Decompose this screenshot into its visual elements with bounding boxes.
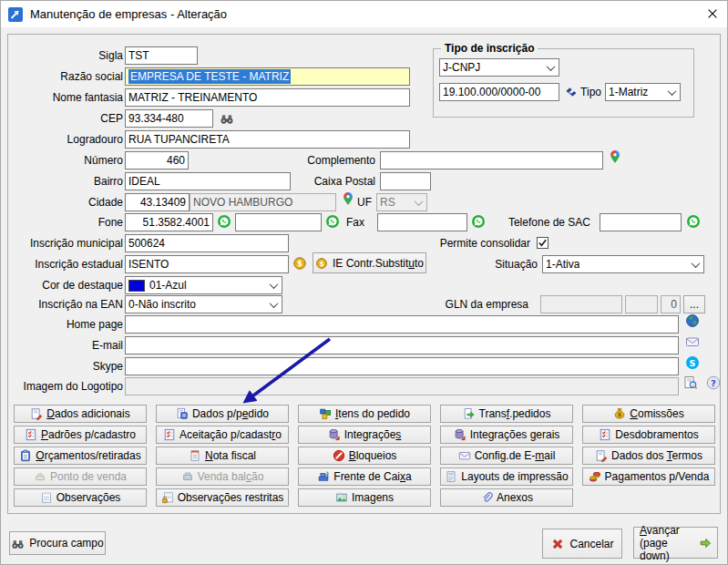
imagem-logotipo-label: Imagem do Logotipo — [10, 377, 123, 396]
cancel-x-icon — [550, 537, 565, 551]
button-label: Layouts de impressão — [461, 470, 568, 483]
sigla-input[interactable]: TST — [125, 46, 198, 65]
block-icon — [333, 449, 345, 462]
button-comissoes[interactable]: Comissões — [582, 405, 715, 423]
situacao-combo[interactable]: 1-Ativa — [542, 255, 704, 273]
telefone-sac-input[interactable] — [600, 213, 682, 231]
fone-label: Fone — [10, 213, 123, 231]
bairro-label: Bairro — [10, 172, 123, 190]
close-button[interactable] — [706, 7, 719, 20]
caixa-postal-input[interactable] — [380, 172, 431, 190]
cor-destaque-label: Cor de destaque — [10, 276, 123, 294]
cor-destaque-combo[interactable]: 01-Azul — [125, 276, 282, 294]
cep-input[interactable]: 93.334-480 — [125, 109, 213, 128]
procura-campo-button[interactable]: Procura campo — [9, 531, 106, 555]
numero-input[interactable]: 460 — [125, 151, 189, 170]
button-dados-adicionais[interactable]: Dados adicionais — [14, 405, 147, 423]
button-transf-pedidos[interactable]: Transf.pedidos — [440, 405, 573, 423]
home-page-input[interactable] — [125, 315, 679, 334]
globe-icon[interactable] — [685, 313, 700, 328]
skype-label: Skype — [10, 357, 123, 375]
permite-consolidar-label: Permite consolidar — [418, 234, 530, 252]
button-config-de-e-mail[interactable]: Config.de E-mail — [440, 447, 573, 465]
cidade-label: Cidade — [10, 193, 123, 211]
window-title: Manutenção de empresas - Alteração — [30, 7, 227, 21]
button-desdobramentos[interactable]: Desdobramentos — [582, 426, 715, 444]
inscricao-estadual-input[interactable]: ISENTO — [125, 255, 289, 273]
title-bar: Manutenção de empresas - Alteração — [1, 1, 727, 27]
button-itens-do-pedido[interactable]: Itens do pedido — [298, 405, 431, 423]
inscricao-ean-combo[interactable]: 0-Não inscrito — [125, 295, 282, 313]
nome-fantasia-input[interactable]: MATRIZ - TREINAMENTO — [125, 88, 410, 107]
cancelar-button[interactable]: Cancelar — [542, 529, 622, 559]
cep-label: CEP — [10, 109, 123, 128]
checklist-icon — [163, 428, 176, 441]
fax-input[interactable] — [377, 213, 467, 231]
uf-label: UF — [327, 193, 372, 211]
gln-browse-button[interactable]: ... — [683, 295, 705, 313]
checklist-icon — [599, 428, 611, 441]
image-icon — [335, 491, 348, 504]
button-integracoes-gerais[interactable]: Integrações gerais — [440, 426, 573, 444]
email-envelope-icon[interactable] — [685, 334, 700, 349]
button-observacoes-restritas[interactable]: Observações restritas — [156, 488, 289, 507]
skype-input[interactable] — [125, 357, 679, 375]
tipo-inscricao-title: Tipo de inscrição — [441, 42, 538, 56]
button-observacoes[interactable]: Observações — [14, 488, 147, 507]
button-layouts-de-impressao[interactable]: Layouts de impressão — [440, 467, 573, 486]
fone1-input[interactable]: 51.3582.4001 — [125, 213, 213, 231]
inscricao-municipal-input[interactable]: 500624 — [125, 234, 289, 252]
help-icon[interactable] — [706, 375, 721, 390]
counter-icon — [181, 470, 194, 483]
database-icon — [454, 428, 467, 441]
button-label: Nota fiscal — [205, 449, 256, 462]
button-aceitacao-p-cadastro[interactable]: Aceitação p/cadastro — [156, 426, 289, 444]
email-input[interactable] — [125, 336, 679, 354]
coins-icon — [589, 470, 601, 483]
button-bloqueios[interactable]: Bloqueios — [298, 447, 431, 465]
razao-social-input[interactable]: EMPRESA DE TESTE - MATRIZ — [125, 67, 410, 86]
ie-contr-substituto-button[interactable]: IE Contr.Substituto — [313, 252, 426, 273]
gln-input-1 — [540, 295, 622, 313]
button-padroes-p-cadastro[interactable]: Padrões p/cadastro — [14, 426, 147, 444]
avancar-button[interactable]: Avançar (page down) — [633, 527, 718, 559]
green-arrow-icon — [699, 536, 712, 550]
button-dados-p-pedido[interactable]: Dados p/pedido — [156, 405, 289, 423]
sintegra-coin-icon[interactable] — [292, 256, 307, 271]
logo-preview-icon[interactable] — [683, 375, 698, 390]
permite-consolidar-checkbox[interactable] — [537, 237, 549, 249]
gln-input-2 — [625, 295, 658, 313]
cep-binoculars-icon[interactable] — [220, 111, 234, 126]
button-anexos[interactable]: Anexos — [440, 488, 573, 507]
paperclip-icon — [480, 491, 493, 504]
button-label: Itens do pedido — [335, 407, 410, 420]
button-label: Integrações — [344, 428, 402, 441]
logradouro-input[interactable]: RUA TUPANCIRETA — [125, 130, 410, 149]
button-integracoes[interactable]: Integrações — [298, 426, 431, 444]
button-orcamentos-retiradas[interactable]: Orçamentos/retiradas — [14, 447, 147, 465]
bairro-input[interactable]: IDEAL — [125, 172, 291, 190]
button-nota-fiscal[interactable]: Nota fiscal — [156, 447, 289, 465]
selected-text: EMPRESA DE TESTE - MATRIZ — [128, 69, 291, 84]
chevron-down-icon — [266, 296, 282, 313]
main-panel: Sigla Razão social Nome fantasia CEP Log… — [7, 34, 721, 514]
telefone-sac-whatsapp-icon[interactable] — [686, 214, 701, 229]
button-label: Dados dos Termos — [611, 449, 702, 462]
skype-icon[interactable] — [685, 355, 700, 370]
cubes-icon — [319, 407, 332, 420]
complemento-map-pin-icon[interactable] — [608, 149, 622, 164]
button-label: Config.de E-mail — [475, 449, 556, 462]
button-frente-de-caixa[interactable]: Frente de Caixa — [298, 467, 431, 486]
button-pagamentos-p-venda[interactable]: Pagamentos p/Venda — [582, 467, 715, 486]
cidade-codigo-input[interactable]: 43.13409 — [125, 193, 190, 211]
complemento-input[interactable] — [380, 151, 603, 170]
fone1-whatsapp-icon[interactable] — [217, 214, 231, 229]
button-dados-dos-termos[interactable]: Dados dos Termos — [582, 447, 715, 465]
button-imagens[interactable]: Imagens — [298, 488, 431, 507]
tipo-matriz-combo[interactable]: 1-Matriz — [605, 83, 681, 101]
fone2-input[interactable] — [235, 213, 322, 231]
button-label: Desdobramentos — [615, 428, 698, 441]
cnpj-input[interactable]: 19.100.000/0000-00 — [439, 83, 559, 101]
tipo-documento-combo[interactable]: J-CNPJ — [439, 58, 559, 77]
inscricao-ean-label: Inscrição na EAN — [10, 295, 123, 313]
